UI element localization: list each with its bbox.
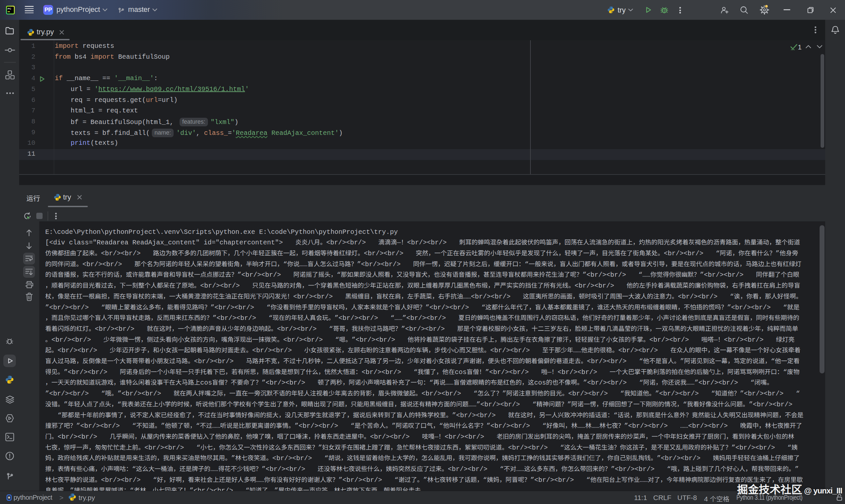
svg-text:PC: PC	[7, 7, 11, 10]
